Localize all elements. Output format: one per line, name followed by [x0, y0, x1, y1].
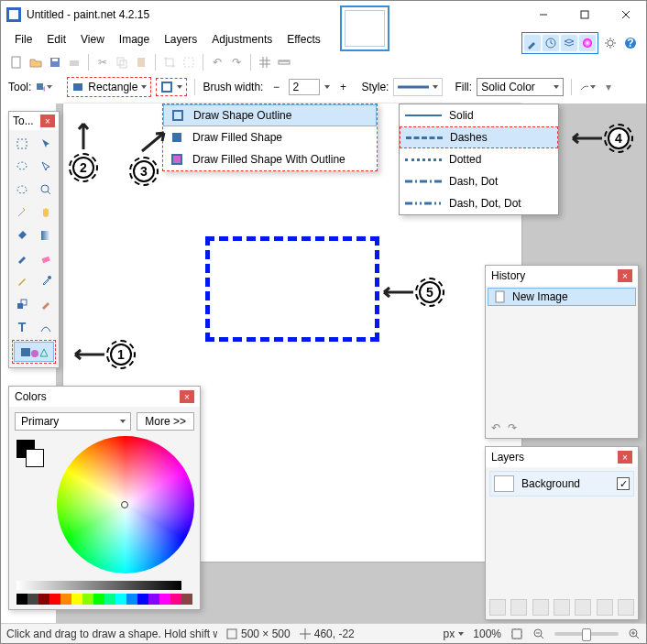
minimize-button[interactable] [522, 2, 564, 27]
draw-outline-item[interactable]: Draw Shape Outline [163, 104, 377, 126]
menu-adjustments[interactable]: Adjustments [205, 31, 279, 48]
menu-view[interactable]: View [74, 31, 111, 48]
help-icon[interactable]: ? [622, 35, 639, 51]
line-style-dropdown[interactable] [393, 78, 443, 96]
open-file-icon[interactable] [27, 54, 44, 71]
bucket-tool[interactable] [12, 225, 32, 246]
fit-window-icon[interactable] [510, 628, 523, 640]
redo-icon[interactable]: ↷ [228, 54, 245, 71]
menu-edit[interactable]: Edit [40, 31, 72, 48]
settings-icon[interactable] [602, 35, 619, 51]
move-tool[interactable] [36, 157, 56, 177]
colors-toggle-icon[interactable] [579, 35, 596, 51]
maximize-button[interactable] [564, 2, 605, 27]
brush-minus-icon[interactable]: − [268, 79, 284, 95]
brush-width-input[interactable] [289, 79, 320, 95]
layer-visible-checkbox[interactable]: ✓ [617, 477, 630, 490]
lasso-tool[interactable] [12, 157, 32, 177]
zoom-slider[interactable] [554, 632, 619, 636]
add-layer-icon[interactable] [489, 599, 506, 616]
pencil-tool[interactable] [12, 271, 32, 291]
brush-tool[interactable] [12, 248, 32, 268]
recolor-tool[interactable] [36, 294, 56, 314]
move-up-icon[interactable] [575, 599, 591, 616]
shape-dropdown[interactable]: Rectangle [67, 77, 151, 97]
undo-icon[interactable]: ↶ [209, 54, 225, 71]
draw-filled-outline-item[interactable]: Draw Filled Shape With Outline [163, 148, 377, 170]
menu-image[interactable]: Image [113, 31, 156, 48]
grid-icon[interactable] [257, 54, 273, 71]
blend-mode-icon[interactable]: ▾ [600, 79, 617, 95]
redo-icon[interactable]: ↷ [508, 421, 517, 434]
move-down-icon[interactable] [597, 599, 613, 616]
cut-icon[interactable]: ✂ [94, 54, 111, 71]
style-dotted[interactable]: Dotted [400, 148, 558, 170]
style-dashes[interactable]: Dashes [400, 126, 558, 148]
colors-more-button[interactable]: More >> [137, 412, 194, 431]
annotation-2: 2 [72, 122, 94, 179]
layer-item[interactable]: Background ✓ [489, 471, 634, 497]
zoom-out-icon[interactable] [532, 628, 545, 640]
magic-wand-tool[interactable] [12, 202, 32, 223]
tools-toggle-icon[interactable] [524, 35, 541, 51]
style-solid[interactable]: Solid [400, 104, 558, 126]
eyedropper-tool[interactable] [36, 271, 56, 291]
color-swatches[interactable] [16, 440, 44, 458]
print-icon[interactable] [66, 54, 82, 71]
status-hint: Click and drag to draw a shape. Hold shi… [6, 628, 217, 640]
svg-point-26 [17, 162, 27, 169]
menu-layers[interactable]: Layers [158, 31, 203, 48]
history-item[interactable]: New Image [488, 288, 636, 306]
brush-plus-icon[interactable]: + [334, 79, 351, 95]
colors-close-icon[interactable]: × [180, 390, 194, 403]
shapes-tool[interactable] [14, 342, 54, 362]
style-dashdotdot[interactable]: Dash, Dot, Dot [400, 192, 558, 214]
layers-close-icon[interactable]: × [618, 451, 632, 464]
palette-strip[interactable] [16, 594, 192, 605]
history-close-icon[interactable]: × [618, 269, 632, 282]
history-toggle-icon[interactable] [543, 35, 559, 51]
tools-close-icon[interactable]: × [40, 115, 55, 127]
zoom-tool[interactable] [36, 180, 56, 200]
clone-tool[interactable] [12, 294, 32, 314]
document-thumbnail[interactable] [340, 5, 389, 51]
undo-icon[interactable]: ↶ [491, 421, 500, 434]
ruler-icon[interactable] [276, 54, 292, 71]
layers-toggle-icon[interactable] [561, 35, 577, 51]
crop-icon[interactable] [161, 54, 178, 71]
antialias-icon[interactable] [579, 79, 596, 95]
style-label: Style: [361, 81, 389, 93]
move-selection-tool[interactable] [36, 134, 56, 154]
rect-select-tool[interactable] [12, 134, 32, 154]
menu-file[interactable]: File [8, 31, 38, 48]
layer-props-icon[interactable] [618, 599, 634, 616]
paste-icon[interactable] [133, 54, 149, 71]
annotation-4: 4 [567, 127, 630, 149]
value-slider[interactable] [16, 581, 181, 590]
units[interactable]: px [444, 628, 455, 640]
eraser-tool[interactable] [36, 248, 56, 268]
copy-icon[interactable] [114, 54, 130, 71]
color-mode-dropdown[interactable]: Primary [15, 412, 131, 431]
text-tool[interactable]: T [12, 317, 32, 337]
line-tool[interactable] [36, 317, 56, 337]
delete-layer-icon[interactable] [510, 599, 527, 616]
pan-tool[interactable] [36, 202, 56, 223]
fill-dropdown[interactable]: Solid Color [477, 78, 564, 96]
ellipse-select-tool[interactable] [12, 180, 32, 200]
save-icon[interactable] [47, 54, 63, 71]
draw-filled-item[interactable]: Draw Filled Shape [163, 126, 377, 148]
shape-mode-dropdown[interactable] [156, 78, 187, 96]
tool-chooser[interactable] [36, 79, 52, 95]
merge-down-icon[interactable] [554, 599, 570, 616]
menu-effects[interactable]: Effects [280, 31, 326, 48]
svg-rect-20 [37, 83, 43, 90]
zoom-in-icon[interactable] [628, 628, 641, 640]
close-button[interactable] [605, 2, 646, 27]
duplicate-layer-icon[interactable] [532, 599, 549, 616]
deselect-icon[interactable] [181, 54, 197, 71]
gradient-tool[interactable] [36, 225, 56, 246]
shape-name: Rectangle [88, 81, 137, 93]
style-dashdot[interactable]: Dash, Dot [400, 170, 558, 192]
new-file-icon[interactable] [8, 54, 25, 71]
